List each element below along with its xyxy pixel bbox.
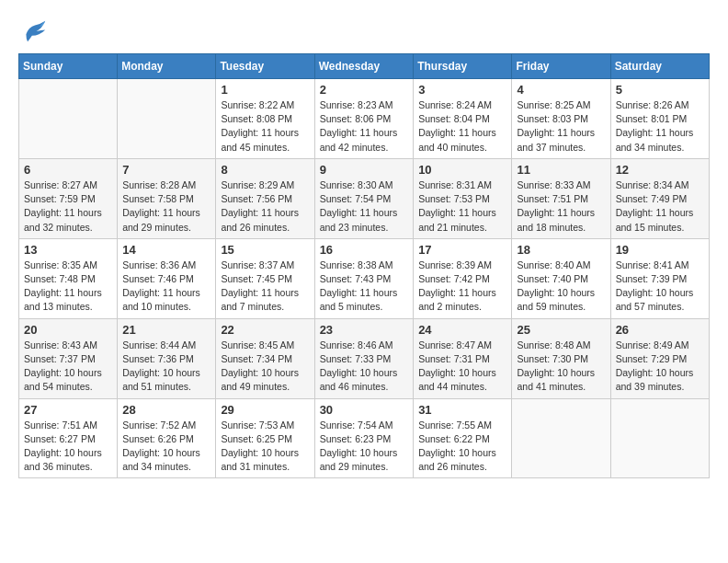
calendar-cell: 29Sunrise: 7:53 AMSunset: 6:25 PMDayligh…	[216, 398, 314, 478]
day-info: Sunrise: 8:40 AMSunset: 7:40 PMDaylight:…	[517, 259, 605, 315]
logo	[18, 18, 50, 44]
day-info: Sunrise: 8:29 AMSunset: 7:56 PMDaylight:…	[221, 178, 309, 235]
calendar-header-wednesday: Wednesday	[314, 54, 414, 79]
calendar-cell	[19, 79, 118, 159]
day-number: 6	[24, 163, 112, 177]
day-number: 30	[320, 403, 409, 417]
day-number: 4	[517, 83, 605, 97]
calendar-cell: 7Sunrise: 8:28 AMSunset: 7:58 PMDaylight…	[118, 158, 216, 238]
day-number: 2	[320, 83, 409, 97]
day-number: 21	[122, 323, 210, 337]
day-number: 5	[616, 83, 704, 97]
calendar-cell	[118, 79, 216, 159]
day-info: Sunrise: 8:44 AMSunset: 7:36 PMDaylight:…	[122, 339, 210, 395]
calendar-cell	[512, 398, 610, 478]
day-number: 3	[418, 83, 506, 97]
calendar-cell	[610, 398, 709, 478]
calendar-week-row: 20Sunrise: 8:43 AMSunset: 7:37 PMDayligh…	[19, 318, 710, 398]
calendar-cell: 23Sunrise: 8:46 AMSunset: 7:33 PMDayligh…	[314, 318, 414, 398]
day-number: 25	[517, 323, 605, 337]
calendar-cell: 31Sunrise: 7:55 AMSunset: 6:22 PMDayligh…	[414, 398, 512, 478]
calendar-table: SundayMondayTuesdayWednesdayThursdayFrid…	[18, 53, 710, 478]
calendar-cell: 18Sunrise: 8:40 AMSunset: 7:40 PMDayligh…	[512, 238, 610, 318]
calendar-cell: 3Sunrise: 8:24 AMSunset: 8:04 PMDaylight…	[414, 79, 512, 159]
day-number: 19	[616, 243, 704, 257]
day-info: Sunrise: 8:22 AMSunset: 8:08 PMDaylight:…	[221, 98, 309, 155]
calendar-cell: 26Sunrise: 8:49 AMSunset: 7:29 PMDayligh…	[610, 318, 709, 398]
calendar-cell: 2Sunrise: 8:23 AMSunset: 8:06 PMDaylight…	[314, 79, 414, 159]
day-info: Sunrise: 8:37 AMSunset: 7:45 PMDaylight:…	[221, 259, 309, 315]
calendar-cell: 20Sunrise: 8:43 AMSunset: 7:37 PMDayligh…	[19, 318, 118, 398]
calendar-cell: 28Sunrise: 7:52 AMSunset: 6:26 PMDayligh…	[118, 398, 216, 478]
day-info: Sunrise: 8:35 AMSunset: 7:48 PMDaylight:…	[24, 259, 112, 315]
logo-bird-icon	[20, 18, 50, 44]
day-info: Sunrise: 8:47 AMSunset: 7:31 PMDaylight:…	[418, 339, 506, 395]
day-info: Sunrise: 8:36 AMSunset: 7:46 PMDaylight:…	[122, 259, 210, 315]
day-number: 22	[221, 323, 309, 337]
day-number: 13	[24, 243, 112, 257]
day-number: 8	[221, 163, 309, 177]
day-info: Sunrise: 8:46 AMSunset: 7:33 PMDaylight:…	[320, 339, 409, 395]
day-info: Sunrise: 8:34 AMSunset: 7:49 PMDaylight:…	[616, 178, 704, 235]
calendar-cell: 16Sunrise: 8:38 AMSunset: 7:43 PMDayligh…	[314, 238, 414, 318]
day-info: Sunrise: 7:54 AMSunset: 6:23 PMDaylight:…	[320, 419, 409, 475]
day-info: Sunrise: 8:24 AMSunset: 8:04 PMDaylight:…	[418, 98, 506, 155]
day-info: Sunrise: 7:53 AMSunset: 6:25 PMDaylight:…	[221, 419, 309, 475]
calendar-cell: 21Sunrise: 8:44 AMSunset: 7:36 PMDayligh…	[118, 318, 216, 398]
calendar-cell: 4Sunrise: 8:25 AMSunset: 8:03 PMDaylight…	[512, 79, 610, 159]
calendar-cell: 1Sunrise: 8:22 AMSunset: 8:08 PMDaylight…	[216, 79, 314, 159]
day-number: 24	[418, 323, 506, 337]
calendar-cell: 25Sunrise: 8:48 AMSunset: 7:30 PMDayligh…	[512, 318, 610, 398]
day-number: 9	[320, 163, 409, 177]
calendar-cell: 27Sunrise: 7:51 AMSunset: 6:27 PMDayligh…	[19, 398, 118, 478]
day-number: 7	[122, 163, 210, 177]
day-info: Sunrise: 7:52 AMSunset: 6:26 PMDaylight:…	[122, 419, 210, 475]
calendar-header-friday: Friday	[512, 54, 610, 79]
day-info: Sunrise: 8:39 AMSunset: 7:42 PMDaylight:…	[418, 259, 506, 315]
day-number: 26	[616, 323, 704, 337]
day-info: Sunrise: 7:55 AMSunset: 6:22 PMDaylight:…	[418, 419, 506, 475]
day-info: Sunrise: 7:51 AMSunset: 6:27 PMDaylight:…	[24, 419, 112, 475]
calendar-cell: 22Sunrise: 8:45 AMSunset: 7:34 PMDayligh…	[216, 318, 314, 398]
calendar-cell: 24Sunrise: 8:47 AMSunset: 7:31 PMDayligh…	[414, 318, 512, 398]
day-info: Sunrise: 8:45 AMSunset: 7:34 PMDaylight:…	[221, 339, 309, 395]
day-info: Sunrise: 8:38 AMSunset: 7:43 PMDaylight:…	[320, 259, 409, 315]
day-info: Sunrise: 8:26 AMSunset: 8:01 PMDaylight:…	[616, 98, 704, 155]
calendar-week-row: 13Sunrise: 8:35 AMSunset: 7:48 PMDayligh…	[19, 238, 710, 318]
day-info: Sunrise: 8:49 AMSunset: 7:29 PMDaylight:…	[616, 339, 704, 395]
day-number: 29	[221, 403, 309, 417]
calendar-cell: 10Sunrise: 8:31 AMSunset: 7:53 PMDayligh…	[414, 158, 512, 238]
calendar-header-monday: Monday	[118, 54, 216, 79]
calendar-week-row: 27Sunrise: 7:51 AMSunset: 6:27 PMDayligh…	[19, 398, 710, 478]
calendar-cell: 30Sunrise: 7:54 AMSunset: 6:23 PMDayligh…	[314, 398, 414, 478]
day-info: Sunrise: 8:41 AMSunset: 7:39 PMDaylight:…	[616, 259, 704, 315]
day-number: 14	[122, 243, 210, 257]
day-info: Sunrise: 8:48 AMSunset: 7:30 PMDaylight:…	[517, 339, 605, 395]
day-number: 27	[24, 403, 112, 417]
calendar-cell: 9Sunrise: 8:30 AMSunset: 7:54 PMDaylight…	[314, 158, 414, 238]
day-info: Sunrise: 8:43 AMSunset: 7:37 PMDaylight:…	[24, 339, 112, 395]
calendar-cell: 15Sunrise: 8:37 AMSunset: 7:45 PMDayligh…	[216, 238, 314, 318]
calendar-header-row: SundayMondayTuesdayWednesdayThursdayFrid…	[19, 54, 710, 79]
calendar-header-sunday: Sunday	[19, 54, 118, 79]
calendar-cell: 13Sunrise: 8:35 AMSunset: 7:48 PMDayligh…	[19, 238, 118, 318]
day-info: Sunrise: 8:28 AMSunset: 7:58 PMDaylight:…	[122, 178, 210, 235]
calendar-cell: 12Sunrise: 8:34 AMSunset: 7:49 PMDayligh…	[610, 158, 709, 238]
day-number: 10	[418, 163, 506, 177]
day-number: 17	[418, 243, 506, 257]
calendar-cell: 6Sunrise: 8:27 AMSunset: 7:59 PMDaylight…	[19, 158, 118, 238]
day-info: Sunrise: 8:33 AMSunset: 7:51 PMDaylight:…	[517, 178, 605, 235]
calendar-cell: 14Sunrise: 8:36 AMSunset: 7:46 PMDayligh…	[118, 238, 216, 318]
day-number: 12	[616, 163, 704, 177]
day-number: 11	[517, 163, 605, 177]
day-number: 18	[517, 243, 605, 257]
page-header	[18, 18, 710, 44]
day-number: 20	[24, 323, 112, 337]
calendar-week-row: 6Sunrise: 8:27 AMSunset: 7:59 PMDaylight…	[19, 158, 710, 238]
day-info: Sunrise: 8:30 AMSunset: 7:54 PMDaylight:…	[320, 178, 409, 235]
calendar-cell: 5Sunrise: 8:26 AMSunset: 8:01 PMDaylight…	[610, 79, 709, 159]
day-number: 1	[221, 83, 309, 97]
calendar-cell: 19Sunrise: 8:41 AMSunset: 7:39 PMDayligh…	[610, 238, 709, 318]
day-info: Sunrise: 8:31 AMSunset: 7:53 PMDaylight:…	[418, 178, 506, 235]
day-info: Sunrise: 8:23 AMSunset: 8:06 PMDaylight:…	[320, 98, 409, 155]
